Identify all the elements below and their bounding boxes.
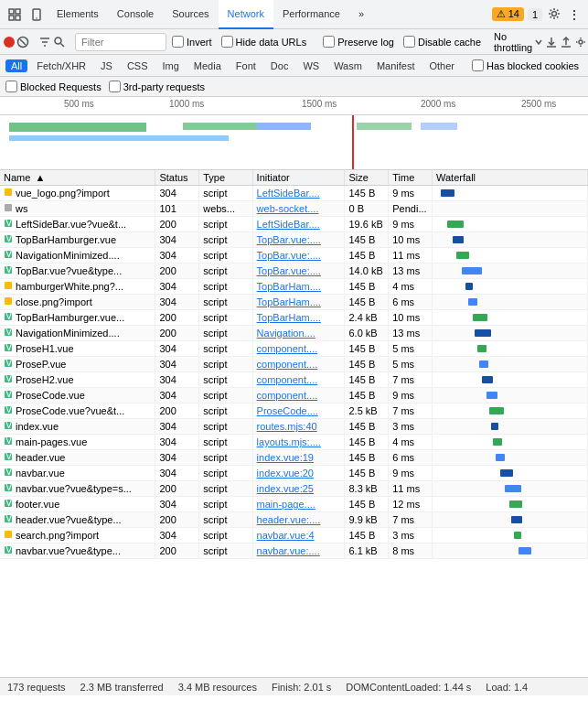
initiator-link[interactable]: LeftSideBar.... — [257, 219, 320, 230]
cell-initiator[interactable]: TopBarHam.... — [252, 295, 345, 310]
col-header-name[interactable]: Name ▲ — [0, 170, 155, 186]
tab-console[interactable]: Console — [108, 0, 163, 29]
table-row[interactable]: Vindex.vue304scriptroutes.mjs:40145 B3 m… — [0, 419, 588, 435]
table-row[interactable]: VProseCode.vue304scriptcomponent....145 … — [0, 388, 588, 404]
col-header-size[interactable]: Size — [345, 170, 389, 186]
filter-doc[interactable]: Doc — [265, 59, 294, 72]
initiator-link[interactable]: component.... — [257, 359, 318, 370]
requests-table-container[interactable]: Name ▲ Status Type Initiator Size Time W… — [0, 170, 588, 677]
cell-initiator[interactable]: ProseCode.... — [252, 404, 345, 419]
filter-img[interactable]: Img — [157, 59, 185, 72]
cell-initiator[interactable]: navbar.vue:.... — [252, 543, 345, 559]
devtools-icon[interactable] — [7, 7, 22, 22]
table-row[interactable]: VProseH2.vue304scriptcomponent....145 B7… — [0, 372, 588, 388]
initiator-link[interactable]: component.... — [257, 343, 318, 354]
table-row[interactable]: Vnavbar.vue304scriptindex.vue:20145 B9 m… — [0, 466, 588, 481]
table-row[interactable]: VTopBar.vue?vue&type...200scriptTopBar.v… — [0, 264, 588, 279]
tab-network[interactable]: Network — [219, 0, 273, 29]
tab-performance[interactable]: Performance — [273, 0, 349, 29]
cell-initiator[interactable]: TopBar.vue:.... — [252, 248, 345, 264]
cell-initiator[interactable]: component.... — [252, 341, 345, 357]
table-row[interactable]: VTopBarHamburger.vue304scriptTopBar.vue:… — [0, 232, 588, 248]
settings-icon[interactable] — [544, 7, 564, 22]
tab-sources[interactable]: Sources — [163, 0, 218, 29]
table-row[interactable]: VProseH1.vue304scriptcomponent....145 B5… — [0, 341, 588, 357]
initiator-link[interactable]: index.vue:20 — [257, 468, 314, 479]
filter-other[interactable]: Other — [423, 59, 460, 72]
cell-initiator[interactable]: component.... — [252, 357, 345, 372]
blocked-requests-checkbox[interactable] — [5, 81, 17, 92]
export-button[interactable] — [560, 34, 572, 50]
cell-initiator[interactable]: routes.mjs:40 — [252, 419, 345, 435]
initiator-link[interactable]: component.... — [257, 390, 318, 401]
cell-initiator[interactable]: index.vue:25 — [252, 481, 345, 497]
cell-initiator[interactable]: web-socket.... — [252, 201, 345, 217]
col-header-status[interactable]: Status — [155, 170, 199, 186]
filter-icon-btn[interactable] — [38, 34, 51, 50]
record-button[interactable] — [4, 34, 15, 50]
filter-font[interactable]: Font — [230, 59, 262, 72]
cell-initiator[interactable]: TopBar.vue:.... — [252, 232, 345, 248]
table-row[interactable]: Vnavbar.vue?vue&type=s...200scriptindex.… — [0, 481, 588, 497]
hide-data-urls-checkbox[interactable] — [221, 36, 233, 48]
filter-fetch-xhr[interactable]: Fetch/XHR — [31, 59, 91, 72]
initiator-link[interactable]: TopBar.vue:.... — [257, 234, 321, 245]
table-row[interactable]: VNavigationMinimized....200scriptNavigat… — [0, 326, 588, 341]
table-row[interactable]: VTopBarHamburger.vue...200scriptTopBarHa… — [0, 310, 588, 326]
third-party-checkbox[interactable] — [109, 81, 121, 92]
table-row[interactable]: Vmain-pages.vue304scriptlayouts.mjs:....… — [0, 435, 588, 450]
cell-initiator[interactable]: LeftSideBar.... — [252, 186, 345, 201]
cell-initiator[interactable]: TopBarHam.... — [252, 279, 345, 295]
tab-more[interactable]: » — [349, 0, 373, 29]
table-row[interactable]: VLeftSideBar.vue?vue&t...200scriptLeftSi… — [0, 217, 588, 232]
settings-icon-btn[interactable] — [574, 34, 587, 50]
import-button[interactable] — [545, 34, 558, 50]
col-header-type[interactable]: Type — [199, 170, 252, 186]
initiator-link[interactable]: TopBarHam.... — [257, 296, 321, 307]
initiator-link[interactable]: TopBarHam.... — [257, 281, 321, 292]
filter-css[interactable]: CSS — [122, 59, 154, 72]
table-row[interactable]: vue_logo.png?import304scriptLeftSideBar.… — [0, 186, 588, 201]
invert-checkbox[interactable] — [172, 36, 184, 48]
cell-initiator[interactable]: Navigation.... — [252, 326, 345, 341]
table-row[interactable]: Vfooter.vue304scriptmain-page....145 B12… — [0, 497, 588, 512]
cell-initiator[interactable]: index.vue:19 — [252, 450, 345, 466]
alerts-badge[interactable]: ⚠ 14 — [492, 7, 524, 21]
disable-cache-checkbox[interactable] — [403, 36, 415, 48]
cell-initiator[interactable]: TopBar.vue:.... — [252, 264, 345, 279]
cell-initiator[interactable]: navbar.vue:4 — [252, 528, 345, 543]
initiator-link[interactable]: main-page.... — [257, 499, 315, 510]
table-row[interactable]: hamburgerWhite.png?...304scriptTopBarHam… — [0, 279, 588, 295]
cell-initiator[interactable]: index.vue:20 — [252, 466, 345, 481]
cell-initiator[interactable]: component.... — [252, 372, 345, 388]
cell-initiator[interactable]: TopBarHam.... — [252, 310, 345, 326]
table-row[interactable]: Vnavbar.vue?vue&type...200scriptnavbar.v… — [0, 543, 588, 559]
filter-input[interactable] — [75, 33, 166, 51]
filter-media[interactable]: Media — [188, 59, 227, 72]
tab-elements[interactable]: Elements — [48, 0, 108, 29]
initiator-link[interactable]: web-socket.... — [257, 203, 319, 214]
table-row[interactable]: Vheader.vue304scriptindex.vue:19145 B6 m… — [0, 450, 588, 466]
cell-initiator[interactable]: header.vue:.... — [252, 512, 345, 528]
cell-initiator[interactable]: layouts.mjs:.... — [252, 435, 345, 450]
col-header-time[interactable]: Time — [389, 170, 433, 186]
initiator-link[interactable]: ProseCode.... — [257, 405, 318, 416]
filter-js[interactable]: JS — [95, 59, 118, 72]
initiator-link[interactable]: layouts.mjs:.... — [257, 436, 321, 447]
table-row[interactable]: VProseCode.vue?vue&t...200scriptProseCod… — [0, 404, 588, 419]
table-row[interactable]: ws101webs...web-socket....0 BPendi... — [0, 201, 588, 217]
initiator-link[interactable]: index.vue:19 — [257, 452, 314, 463]
initiator-link[interactable]: TopBar.vue:.... — [257, 265, 321, 276]
initiator-link[interactable]: TopBar.vue:.... — [257, 250, 321, 261]
table-row[interactable]: Vheader.vue?vue&type...200scriptheader.v… — [0, 512, 588, 528]
has-blocked-cookies-checkbox[interactable] — [472, 59, 484, 71]
throttling-dropdown[interactable] — [534, 34, 543, 50]
col-header-initiator[interactable]: Initiator — [252, 170, 345, 186]
clear-button[interactable] — [16, 34, 29, 50]
initiator-link[interactable]: header.vue:.... — [257, 514, 321, 525]
search-button[interactable] — [53, 34, 66, 50]
initiator-link[interactable]: component.... — [257, 374, 318, 385]
initiator-link[interactable]: Navigation.... — [257, 328, 315, 339]
initiator-link[interactable]: TopBarHam.... — [257, 312, 321, 323]
more-options-icon[interactable]: ⋮ — [564, 7, 584, 22]
